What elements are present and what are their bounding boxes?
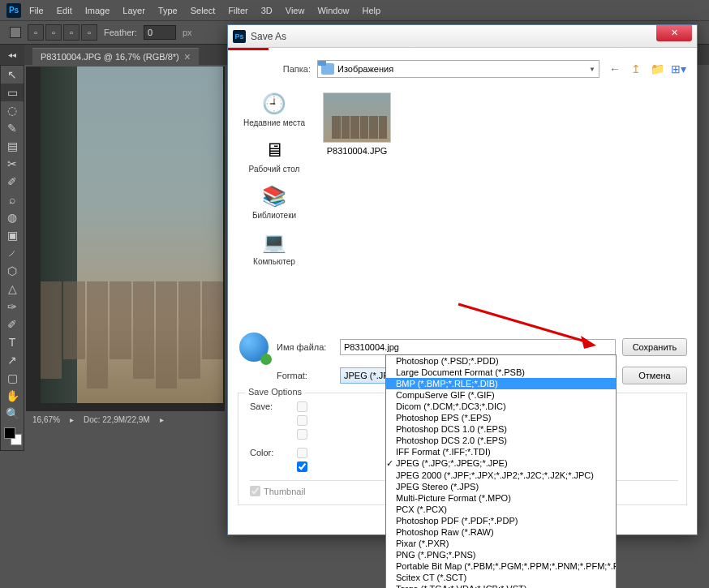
format-option[interactable]: Photoshop Raw (*.RAW): [386, 526, 616, 538]
toolbox: ↖▭◌✎▤✂✐⌕◍▣⟋⬡△✑✐T↗▢✋🔍: [0, 65, 24, 451]
tool-4[interactable]: ▤: [1, 137, 24, 155]
document-canvas[interactable]: [41, 67, 223, 403]
menu-filter[interactable]: Filter: [221, 2, 254, 19]
nav-back-button[interactable]: ←: [606, 60, 624, 78]
filename-label: Имя файла:: [277, 342, 333, 352]
tool-17[interactable]: ▢: [1, 369, 24, 387]
folder-combo[interactable]: Изображения ▼: [317, 60, 599, 78]
nav-up-button[interactable]: ↥: [627, 60, 645, 78]
file-list[interactable]: P8310004.JPG: [317, 89, 687, 324]
menu-layer[interactable]: Layer: [116, 2, 152, 19]
format-option[interactable]: ✓ JPEG (*.JPG;*.JPEG;*.JPE): [386, 457, 616, 470]
format-option[interactable]: Targa (*.TGA;*.VDA;*.ICB;*.VST): [386, 583, 616, 588]
format-option[interactable]: Photoshop PDF (*.PDF;*.PDP): [386, 515, 616, 526]
save-button[interactable]: Сохранить: [622, 338, 687, 356]
format-option[interactable]: Large Document Format (*.PSB): [386, 367, 616, 378]
format-option[interactable]: Scitex CT (*.SCT): [386, 572, 616, 583]
menu-window[interactable]: Window: [311, 2, 355, 19]
place-icon: 🖥: [260, 137, 289, 163]
format-dropdown-list[interactable]: Photoshop (*.PSD;*.PDD)Large Document Fo…: [385, 354, 617, 588]
place-библиотеки[interactable]: 📚Библиотеки: [251, 182, 298, 221]
menu-edit[interactable]: Edit: [50, 2, 79, 19]
save-check-2[interactable]: [297, 415, 307, 426]
format-option[interactable]: Pixar (*.PXR): [386, 538, 616, 549]
tool-18[interactable]: ✋: [1, 387, 24, 405]
tool-13[interactable]: ✑: [1, 298, 24, 315]
format-option[interactable]: BMP (*.BMP;*.RLE;*.DIB): [386, 378, 616, 389]
format-option[interactable]: CompuServe GIF (*.GIF): [386, 389, 616, 401]
color-swatches[interactable]: [1, 426, 24, 450]
format-option[interactable]: Photoshop DCS 1.0 (*.EPS): [386, 423, 616, 435]
file-item[interactable]: P8310004.JPG: [320, 92, 393, 156]
format-option[interactable]: PNG (*.PNG;*.PNS): [386, 549, 616, 560]
menu-type[interactable]: Type: [152, 2, 184, 19]
canvas-area: 16,67% ▸ Doc: 22,9M/22,9M ▸: [26, 67, 225, 427]
tool-6[interactable]: ✐: [1, 173, 24, 191]
save-check-1[interactable]: [297, 401, 307, 412]
new-folder-button[interactable]: 📁: [648, 60, 666, 78]
format-option[interactable]: Multi-Picture Format (*.MPO): [386, 492, 616, 504]
tool-10[interactable]: ⟋: [1, 244, 24, 262]
color-check-1[interactable]: [297, 448, 307, 458]
zoom-level[interactable]: 16,67%: [32, 415, 60, 424]
feather-input[interactable]: [144, 25, 176, 40]
view-menu-button[interactable]: ⊞▾: [669, 60, 687, 78]
menu-select[interactable]: Select: [184, 2, 222, 19]
dialog-titlebar[interactable]: Ps Save As ✕: [228, 25, 697, 48]
selection-add-icon[interactable]: ▫: [45, 24, 62, 41]
format-option[interactable]: IFF Format (*.IFF;*.TDI): [386, 446, 616, 457]
format-option[interactable]: PCX (*.PCX): [386, 504, 616, 515]
place-рабочий-стол[interactable]: 🖥Рабочий стол: [247, 135, 302, 175]
selection-new-icon[interactable]: ▫: [28, 24, 44, 41]
color-check-2[interactable]: [297, 461, 307, 472]
color-row-label: Color:: [250, 448, 290, 457]
file-name: P8310004.JPG: [327, 146, 388, 156]
tool-14[interactable]: ✐: [1, 315, 24, 333]
save-check-3[interactable]: [297, 429, 307, 440]
menu-view[interactable]: View: [279, 2, 312, 19]
close-icon[interactable]: ×: [184, 53, 191, 61]
format-option[interactable]: JPEG Stereo (*.JPS): [386, 481, 616, 492]
format-option[interactable]: JPEG 2000 (*.JPF;*.JPX;*.JP2;*.J2C;*.J2K…: [386, 470, 616, 481]
tool-15[interactable]: T: [1, 333, 24, 351]
tool-11[interactable]: ⬡: [1, 262, 24, 280]
tool-8[interactable]: ◍: [1, 208, 24, 226]
tool-12[interactable]: △: [1, 280, 24, 298]
status-arrow-icon[interactable]: ▸: [160, 415, 164, 424]
selection-intersect-icon[interactable]: ▫: [81, 24, 97, 41]
folder-icon: [321, 63, 334, 75]
format-option[interactable]: Photoshop (*.PSD;*.PDD): [386, 355, 616, 367]
menu-help[interactable]: Help: [356, 2, 388, 19]
tool-5[interactable]: ✂: [1, 155, 24, 173]
place-недавние-места[interactable]: 🕘Недавние места: [242, 89, 307, 129]
document-tab-title: P8310004.JPG @ 16,7% (RGB/8*): [41, 52, 179, 62]
menu-3d[interactable]: 3D: [255, 2, 279, 19]
filename-input[interactable]: [340, 339, 616, 355]
document-tab[interactable]: P8310004.JPG @ 16,7% (RGB/8*) ×: [32, 48, 199, 65]
format-option[interactable]: Photoshop DCS 2.0 (*.EPS): [386, 435, 616, 446]
place-label: Компьютер: [253, 257, 295, 266]
tool-16[interactable]: ↗: [1, 351, 24, 369]
thumbnail-label: Thumbnail: [264, 487, 305, 496]
format-option[interactable]: Dicom (*.DCM;*.DC3;*.DIC): [386, 401, 616, 412]
cancel-button[interactable]: Отмена: [622, 367, 687, 384]
tool-3[interactable]: ✎: [1, 119, 24, 137]
tool-0[interactable]: ↖: [1, 66, 24, 84]
feather-unit: px: [183, 28, 192, 37]
menu-file[interactable]: File: [23, 2, 50, 19]
place-компьютер[interactable]: 💻Компьютер: [251, 228, 297, 268]
tool-1[interactable]: ▭: [1, 84, 24, 101]
dialog-close-button[interactable]: ✕: [656, 25, 692, 41]
toolbox-handle[interactable]: ◂◂: [0, 45, 24, 65]
tool-2[interactable]: ◌: [1, 101, 24, 119]
tool-19[interactable]: 🔍: [1, 405, 24, 423]
tool-9[interactable]: ▣: [1, 226, 24, 244]
format-option[interactable]: Portable Bit Map (*.PBM;*.PGM;*.PPM;*.PN…: [386, 560, 616, 572]
menu-image[interactable]: Image: [79, 2, 117, 19]
format-option[interactable]: Photoshop EPS (*.EPS): [386, 412, 616, 423]
tool-preset-icon[interactable]: [10, 27, 21, 38]
save-row-label: Save:: [250, 401, 290, 411]
zoom-arrow-icon[interactable]: ▸: [70, 415, 74, 424]
selection-subtract-icon[interactable]: ▫: [63, 24, 79, 41]
tool-7[interactable]: ⌕: [1, 191, 24, 208]
